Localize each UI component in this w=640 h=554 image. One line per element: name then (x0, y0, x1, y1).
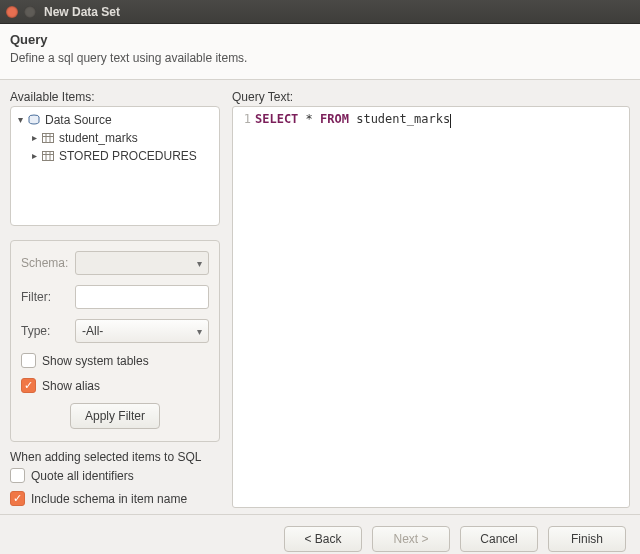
query-text-label: Query Text: (232, 90, 630, 104)
tree-label: Data Source (45, 111, 112, 129)
tree-label: student_marks (59, 129, 138, 147)
table-icon (41, 132, 55, 144)
tree-root-data-source[interactable]: ▾ Data Source (13, 111, 217, 129)
back-button[interactable]: < Back (284, 526, 362, 552)
titlebar: New Data Set (0, 0, 640, 24)
type-value: -All- (82, 324, 103, 338)
chevron-down-icon: ▾ (197, 326, 202, 337)
finish-button[interactable]: Finish (548, 526, 626, 552)
expand-icon[interactable]: ▾ (15, 111, 25, 129)
available-items-label: Available Items: (10, 90, 220, 104)
page-header: Query Define a sql query text using avai… (0, 24, 640, 80)
minimize-icon[interactable] (24, 6, 36, 18)
expand-icon[interactable]: ▸ (29, 147, 39, 165)
show-system-checkbox[interactable] (21, 353, 36, 368)
filter-input[interactable] (75, 285, 209, 309)
include-schema-checkbox[interactable] (10, 491, 25, 506)
tree-label: STORED PROCEDURES (59, 147, 197, 165)
expand-icon[interactable]: ▸ (29, 129, 39, 147)
show-alias-checkbox[interactable] (21, 378, 36, 393)
chevron-down-icon: ▾ (197, 258, 202, 269)
table-icon (41, 150, 55, 162)
quote-identifiers-checkbox[interactable] (10, 468, 25, 483)
tree-item-student-marks[interactable]: ▸ student_marks (13, 129, 217, 147)
left-column: Available Items: ▾ Data Source ▸ student… (10, 90, 220, 508)
schema-combo: ▾ (75, 251, 209, 275)
query-text-editor[interactable]: 1SELECT * FROM student_marks (232, 106, 630, 508)
svg-rect-1 (43, 134, 54, 143)
sql-keyword: FROM (320, 111, 349, 127)
apply-filter-button[interactable]: Apply Filter (70, 403, 160, 429)
quote-identifiers-label: Quote all identifiers (31, 469, 134, 483)
include-schema-label: Include schema in item name (31, 492, 187, 506)
window-title: New Data Set (44, 5, 120, 19)
text-caret (450, 114, 451, 128)
page-subtitle: Define a sql query text using available … (10, 51, 630, 65)
when-adding-panel: When adding selected items to SQL Quote … (10, 450, 220, 506)
type-combo[interactable]: -All- ▾ (75, 319, 209, 343)
show-system-label: Show system tables (42, 354, 149, 368)
close-icon[interactable] (6, 6, 18, 18)
available-items-tree[interactable]: ▾ Data Source ▸ student_marks ▸ STORED P… (10, 106, 220, 226)
sql-token: * (298, 111, 320, 127)
schema-label: Schema: (21, 256, 75, 270)
page-title: Query (10, 32, 630, 47)
right-column: Query Text: 1SELECT * FROM student_marks (232, 90, 630, 508)
type-label: Type: (21, 324, 75, 338)
filter-label: Filter: (21, 290, 75, 304)
cancel-button[interactable]: Cancel (460, 526, 538, 552)
content: Available Items: ▾ Data Source ▸ student… (0, 80, 640, 514)
line-number: 1 (239, 111, 251, 127)
sql-identifier: student_marks (356, 111, 450, 127)
wizard-footer: < Back Next > Cancel Finish (0, 514, 640, 554)
code-line: 1SELECT * FROM student_marks (239, 111, 623, 127)
datasource-icon (27, 114, 41, 126)
sql-token (349, 111, 356, 127)
next-button: Next > (372, 526, 450, 552)
filter-panel: Schema: ▾ Filter: Type: -All- ▾ Show sys… (10, 240, 220, 442)
sql-keyword: SELECT (255, 111, 298, 127)
svg-rect-5 (43, 152, 54, 161)
show-alias-label: Show alias (42, 379, 100, 393)
window-controls (6, 6, 36, 18)
tree-item-stored-procedures[interactable]: ▸ STORED PROCEDURES (13, 147, 217, 165)
when-adding-title: When adding selected items to SQL (10, 450, 220, 464)
